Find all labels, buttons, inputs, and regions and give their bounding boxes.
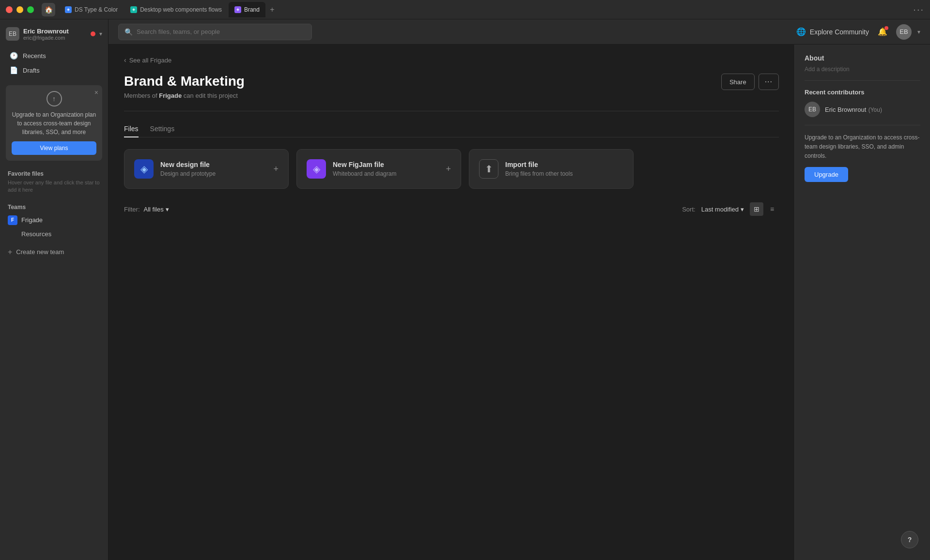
- search-input[interactable]: [137, 28, 306, 35]
- page-content: ‹ See all Frigade Brand & Marketing Memb…: [108, 45, 930, 560]
- new-design-file-card[interactable]: ◈ New design file Design and prototype +: [124, 149, 289, 189]
- subtitle-brand: Frigade: [159, 92, 182, 99]
- list-view-button[interactable]: ≡: [765, 202, 779, 216]
- right-panel: About Add a description Recent contribut…: [794, 45, 930, 560]
- grid-view-button[interactable]: ⊞: [750, 202, 763, 216]
- favorite-files-title: Favorite files: [8, 170, 100, 177]
- help-label: ?: [908, 536, 912, 544]
- file-cards: ◈ New design file Design and prototype +…: [124, 149, 779, 189]
- upgrade-card-text: Upgrade to an Organization plan to acces…: [12, 110, 96, 136]
- upgrade-icon: ↑: [46, 91, 62, 106]
- contributor-name: Eric Brownrout: [825, 106, 866, 113]
- import-file-subtitle: Bring files from other tools: [505, 170, 623, 177]
- user-info: Eric Brownrout eric@frigade.com: [23, 28, 87, 41]
- tab-icon-ds-type: ◈: [65, 6, 72, 13]
- main-content: ‹ See all Frigade Brand & Marketing Memb…: [108, 45, 794, 560]
- sidebar-item-recents[interactable]: 🕐 Recents: [2, 48, 106, 63]
- topbar-right: 🌐 Explore Community 🔔 EB ▾: [796, 24, 920, 40]
- header-divider: [124, 111, 779, 111]
- search-box[interactable]: 🔍: [118, 24, 312, 40]
- sort-select[interactable]: Last modified ▾: [701, 206, 744, 213]
- tab-desktop-web[interactable]: ◈ Desktop web components flows: [124, 2, 228, 17]
- tab-brand[interactable]: ◈ Brand: [229, 2, 265, 17]
- import-file-title: Import file: [505, 161, 623, 168]
- create-team-label: Create new team: [16, 248, 64, 256]
- figjam-file-subtitle: Whiteboard and diagram: [333, 170, 439, 177]
- filter-bar: Filter: All files ▾ Sort: Last modified …: [124, 202, 779, 216]
- tab-label-brand: Brand: [244, 6, 260, 13]
- sidebar-item-resources[interactable]: Resources: [8, 228, 100, 240]
- tab-bar: ◈ DS Type & Color ◈ Desktop web componen…: [59, 2, 913, 17]
- filter-value: All files: [144, 206, 164, 213]
- design-file-card-text: New design file Design and prototype: [160, 161, 266, 177]
- home-button[interactable]: 🏠: [42, 3, 55, 16]
- share-button[interactable]: Share: [721, 74, 755, 90]
- about-description-hint[interactable]: Add a description: [805, 66, 920, 73]
- create-team-button[interactable]: + Create new team: [0, 244, 108, 260]
- contributor-tag: (You): [868, 106, 882, 113]
- user-section[interactable]: EB Eric Brownrout eric@frigade.com ▾: [0, 23, 108, 45]
- help-button[interactable]: ?: [901, 531, 918, 548]
- contributor-item: EB Eric Brownrout (You): [805, 102, 920, 117]
- back-link[interactable]: ‹ See all Frigade: [124, 56, 779, 64]
- panel-divider-2: [805, 125, 920, 125]
- explore-community-button[interactable]: 🌐 Explore Community: [796, 27, 869, 36]
- filter-select[interactable]: All files ▾: [144, 206, 169, 213]
- tab-settings-label: Settings: [150, 125, 175, 133]
- project-more-button[interactable]: ···: [759, 74, 779, 90]
- panel-divider-1: [805, 80, 920, 81]
- back-link-label: See all Frigade: [129, 57, 171, 64]
- figjam-file-plus-icon: +: [446, 164, 451, 174]
- window-controls: [6, 6, 34, 13]
- view-plans-button[interactable]: View plans: [12, 141, 96, 155]
- import-file-card[interactable]: ⬆ Import file Bring files from other too…: [469, 149, 634, 189]
- sort-label: Sort:: [682, 206, 695, 213]
- design-file-title: New design file: [160, 161, 266, 168]
- sidebar-item-label-recents: Recents: [23, 52, 46, 60]
- contributors-title: Recent contributors: [805, 89, 920, 96]
- project-subtitle: Members of Frigade can edit this project: [124, 92, 245, 99]
- frigade-team-icon: F: [8, 215, 17, 225]
- import-file-icon: ⬆: [479, 159, 498, 179]
- project-actions: Share ···: [721, 74, 779, 90]
- figjam-file-card-text: New FigJam file Whiteboard and diagram: [333, 161, 439, 177]
- favorite-files-hint: Hover over any file and click the star t…: [8, 179, 100, 194]
- search-icon: 🔍: [124, 28, 133, 36]
- tab-icon-desktop-web: ◈: [130, 6, 137, 13]
- sidebar-item-drafts[interactable]: 📄 Drafts: [2, 63, 106, 77]
- contributor-avatar: EB: [805, 102, 820, 117]
- frigade-team-label: Frigade: [21, 216, 43, 224]
- resources-label: Resources: [21, 230, 51, 238]
- sidebar: EB Eric Brownrout eric@frigade.com ▾ 🕐 R…: [0, 19, 108, 560]
- tab-ds-type[interactable]: ◈ DS Type & Color: [59, 2, 124, 17]
- titlebar-more-button[interactable]: ···: [913, 4, 924, 15]
- subtitle-suffix: can edit this project: [182, 92, 238, 99]
- plus-icon: +: [8, 248, 12, 257]
- new-figjam-file-card[interactable]: ◈ New FigJam file Whiteboard and diagram…: [296, 149, 461, 189]
- tab-files[interactable]: Files: [124, 121, 139, 137]
- figjam-file-icon: ◈: [307, 159, 326, 179]
- recents-icon: 🕐: [10, 52, 18, 60]
- sidebar-item-frigade[interactable]: F Frigade: [8, 212, 100, 228]
- user-initials: EB: [9, 30, 16, 37]
- user-menu-chevron-icon[interactable]: ▾: [917, 29, 920, 35]
- sidebar-item-label-drafts: Drafts: [23, 67, 40, 74]
- tab-label-ds-type: DS Type & Color: [75, 6, 118, 13]
- add-tab-button[interactable]: +: [266, 4, 278, 15]
- close-window-button[interactable]: [6, 6, 13, 13]
- close-icon[interactable]: ×: [94, 89, 98, 96]
- project-header: Brand & Marketing Members of Frigade can…: [124, 74, 779, 99]
- design-file-subtitle: Design and prototype: [160, 170, 266, 177]
- chevron-down-icon: ▾: [99, 30, 102, 37]
- minimize-window-button[interactable]: [16, 6, 23, 13]
- tab-settings[interactable]: Settings: [150, 121, 175, 137]
- user-avatar-top[interactable]: EB: [896, 24, 912, 40]
- explore-community-label: Explore Community: [810, 28, 869, 36]
- notifications-button[interactable]: 🔔: [875, 24, 890, 40]
- favorite-files-section: Favorite files Hover over any file and c…: [0, 165, 108, 198]
- project-info: Brand & Marketing Members of Frigade can…: [124, 74, 245, 99]
- upgrade-button[interactable]: Upgrade: [805, 167, 848, 182]
- user-status-indicator: [91, 31, 95, 36]
- design-file-icon: ◈: [134, 159, 154, 179]
- maximize-window-button[interactable]: [27, 6, 34, 13]
